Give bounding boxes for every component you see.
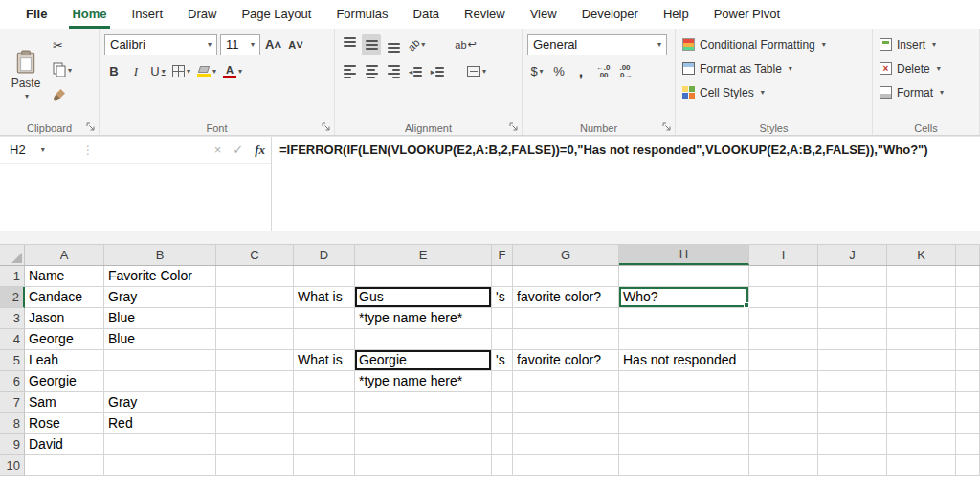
- tab-page-layout[interactable]: Page Layout: [229, 0, 323, 29]
- cell-J1[interactable]: [818, 266, 887, 287]
- cell-E3[interactable]: *type name here*: [355, 308, 492, 329]
- tab-data[interactable]: Data: [401, 0, 452, 29]
- cell-styles-button[interactable]: Cell Styles ▾: [680, 80, 867, 104]
- cell-G9[interactable]: [513, 434, 619, 455]
- insert-function-button[interactable]: fx: [249, 143, 271, 158]
- cut-button[interactable]: ✂: [51, 33, 74, 57]
- italic-button[interactable]: I: [126, 61, 145, 82]
- cell-G1[interactable]: [513, 266, 619, 287]
- cell-A9[interactable]: David: [25, 434, 104, 455]
- orientation-button[interactable]: ab▾: [406, 34, 427, 55]
- column-header-D[interactable]: D: [294, 245, 355, 265]
- cell-D3[interactable]: [294, 308, 355, 329]
- cell-F9[interactable]: [492, 434, 513, 455]
- cell-B6[interactable]: [104, 371, 216, 392]
- borders-button[interactable]: ▾: [170, 61, 192, 82]
- cell-F7[interactable]: [492, 392, 513, 413]
- tab-home[interactable]: Home: [59, 0, 119, 29]
- tab-developer[interactable]: Developer: [569, 0, 651, 29]
- cell-C4[interactable]: [216, 329, 294, 350]
- column-header-J[interactable]: J: [818, 245, 887, 265]
- cell-J8[interactable]: [818, 413, 887, 434]
- cell-D2[interactable]: What is: [294, 287, 355, 308]
- cell-F1[interactable]: [492, 266, 513, 287]
- cell-H9[interactable]: [619, 434, 749, 455]
- cell-C6[interactable]: [216, 371, 294, 392]
- cancel-button[interactable]: ×: [209, 143, 228, 157]
- clipboard-dialog-launcher[interactable]: [85, 121, 96, 132]
- tab-power-pivot[interactable]: Power Pivot: [702, 0, 792, 29]
- cell-C8[interactable]: [216, 413, 294, 434]
- cell-E4[interactable]: [355, 329, 492, 350]
- row-header-9[interactable]: 9: [0, 434, 25, 455]
- format-as-table-button[interactable]: Format as Table ▾: [680, 56, 867, 80]
- column-header-F[interactable]: F: [492, 245, 513, 265]
- cell-A4[interactable]: George: [25, 329, 104, 350]
- cell-H3[interactable]: [619, 308, 749, 329]
- cell-C10[interactable]: [216, 455, 294, 476]
- accounting-format-button[interactable]: $▾: [527, 61, 546, 82]
- cell-G6[interactable]: [513, 371, 619, 392]
- cell-G5[interactable]: favorite color?: [513, 350, 619, 371]
- increase-decimal-button[interactable]: ←.0.00: [593, 61, 612, 82]
- cell-C5[interactable]: [216, 350, 294, 371]
- cell-G10[interactable]: [513, 455, 619, 476]
- cell-H6[interactable]: [619, 371, 749, 392]
- cell-K4[interactable]: [887, 329, 956, 350]
- cell-B5[interactable]: [104, 350, 216, 371]
- cell-A2[interactable]: Candace: [25, 287, 104, 308]
- cell-I6[interactable]: [749, 371, 818, 392]
- decrease-indent-button[interactable]: ◂: [406, 61, 425, 82]
- cell-K3[interactable]: [887, 308, 956, 329]
- align-left-button[interactable]: [340, 61, 359, 82]
- cell-D9[interactable]: [294, 434, 355, 455]
- cell-K2[interactable]: [887, 287, 956, 308]
- cell-D10[interactable]: [294, 455, 355, 476]
- column-header-A[interactable]: A: [25, 245, 104, 265]
- cell-H2[interactable]: Who?: [619, 287, 749, 308]
- tab-formulas[interactable]: Formulas: [323, 0, 400, 29]
- enter-button[interactable]: ✓: [227, 143, 249, 157]
- row-header-4[interactable]: 4: [0, 329, 25, 350]
- tab-insert[interactable]: Insert: [120, 0, 176, 29]
- font-dialog-launcher[interactable]: [321, 121, 331, 132]
- cell-K10[interactable]: [887, 455, 956, 476]
- number-format-select[interactable]: General ▾: [527, 34, 667, 55]
- row-header-7[interactable]: 7: [0, 392, 25, 413]
- cell-F8[interactable]: [492, 413, 513, 434]
- grow-font-button[interactable]: A˄: [263, 34, 283, 55]
- copy-button[interactable]: ▾: [51, 57, 74, 82]
- cell-I4[interactable]: [749, 329, 818, 350]
- cell-H10[interactable]: [619, 455, 749, 476]
- column-header-G[interactable]: G: [513, 245, 619, 265]
- align-center-button[interactable]: [362, 61, 381, 82]
- cell-I5[interactable]: [749, 350, 818, 371]
- cell-B8[interactable]: Red: [104, 413, 216, 434]
- column-header-H[interactable]: H: [619, 245, 749, 265]
- cell-C1[interactable]: [216, 266, 294, 287]
- cell-I8[interactable]: [749, 413, 818, 434]
- fill-handle[interactable]: [744, 302, 749, 308]
- select-all-corner[interactable]: [0, 245, 25, 265]
- font-size-select[interactable]: 11 ▾: [220, 34, 260, 55]
- cell-E7[interactable]: [355, 392, 492, 413]
- cell-J5[interactable]: [818, 350, 887, 371]
- underline-button[interactable]: U▾: [148, 61, 167, 82]
- cell-C2[interactable]: [216, 287, 294, 308]
- row-header-2[interactable]: 2: [0, 287, 25, 308]
- shrink-font-button[interactable]: A˅: [286, 34, 305, 55]
- decrease-decimal-button[interactable]: .00.0→: [615, 61, 635, 82]
- cell-C7[interactable]: [216, 392, 294, 413]
- cell-K9[interactable]: [887, 434, 956, 455]
- cell-K5[interactable]: [887, 350, 956, 371]
- cell-I7[interactable]: [749, 392, 818, 413]
- cell-G8[interactable]: [513, 413, 619, 434]
- row-header-5[interactable]: 5: [0, 350, 25, 371]
- format-cells-button[interactable]: Format ▾: [878, 80, 974, 104]
- cell-J6[interactable]: [818, 371, 887, 392]
- cell-G2[interactable]: favorite color?: [513, 287, 619, 308]
- tab-view[interactable]: View: [518, 0, 569, 29]
- cell-F3[interactable]: [492, 308, 513, 329]
- cell-F6[interactable]: [492, 371, 513, 392]
- cell-A5[interactable]: Leah: [25, 350, 104, 371]
